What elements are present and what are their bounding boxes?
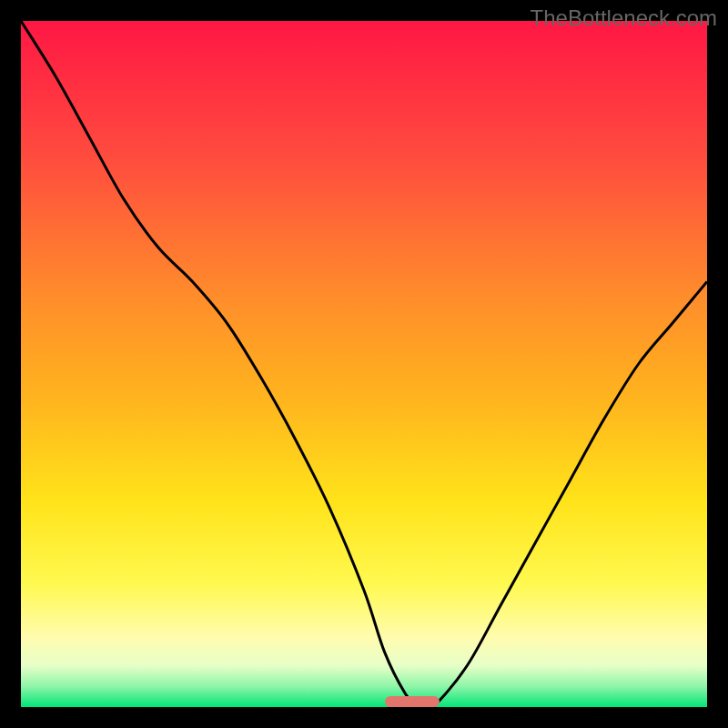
gradient-background <box>21 21 707 707</box>
chart-frame <box>21 21 707 707</box>
optimal-range-marker <box>385 696 440 707</box>
watermark-text: TheBottleneck.com <box>531 5 717 31</box>
svg-rect-0 <box>21 21 707 707</box>
